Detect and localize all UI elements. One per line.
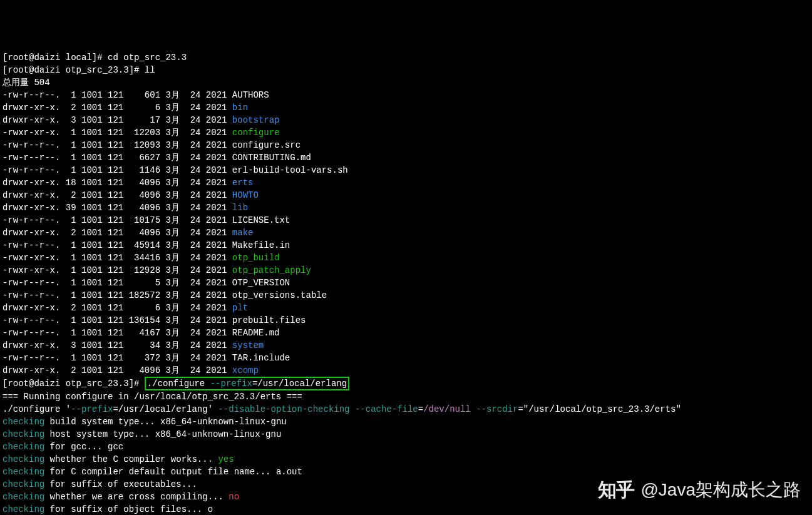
file-entry: -rw-r--r--. 1 1001 121 12093 3月 24 2021 …: [3, 139, 809, 151]
check-line: checking host system type... x86_64-unkn…: [3, 428, 809, 441]
file-entry: -rw-r--r--. 1 1001 121 372 3月 24 2021 TA…: [3, 352, 809, 364]
file-entry: drwxr-xr-x. 3 1001 121 17 3月 24 2021 boo…: [3, 114, 809, 126]
file-entry: -rwxr-xr-x. 1 1001 121 12203 3月 24 2021 …: [3, 126, 809, 139]
highlighted-command: ./configure --prefix=/usr/local/erlang: [145, 377, 349, 390]
file-entry: -rwxr-xr-x. 1 1001 121 12928 3月 24 2021 …: [3, 264, 809, 277]
check-line: checking whether the C compiler works...…: [3, 453, 809, 466]
output-line: ./configure '--prefix=/usr/local/erlang'…: [3, 403, 809, 416]
file-entry: drwxr-xr-x. 2 1001 121 6 3月 24 2021 plt: [3, 302, 809, 314]
file-entry: -rw-r--r--. 1 1001 121 601 3月 24 2021 AU…: [3, 89, 809, 101]
terminal-output[interactable]: [root@daizi local]# cd otp_src_23.3[root…: [3, 51, 809, 515]
file-entry: drwxr-xr-x. 2 1001 121 4096 3月 24 2021 m…: [3, 227, 809, 239]
check-line: checking for C compiler default output f…: [3, 466, 809, 478]
file-entry: -rw-r--r--. 1 1001 121 4167 3月 24 2021 R…: [3, 327, 809, 339]
prompt-line: [root@daizi otp_src_23.3]# ./configure -…: [3, 377, 809, 390]
check-line: checking for gcc... gcc: [3, 441, 809, 453]
check-line: checking build system type... x86_64-unk…: [3, 416, 809, 428]
file-entry: -rw-r--r--. 1 1001 121 5 3月 24 2021 OTP_…: [3, 277, 809, 289]
file-entry: drwxr-xr-x. 3 1001 121 34 3月 24 2021 sys…: [3, 339, 809, 352]
prompt-line: [root@daizi local]# cd otp_src_23.3: [3, 51, 809, 64]
file-entry: drwxr-xr-x. 2 1001 121 4096 3月 24 2021 x…: [3, 364, 809, 377]
total-line: 总用量 504: [3, 76, 809, 89]
file-entry: -rw-r--r--. 1 1001 121 10175 3月 24 2021 …: [3, 214, 809, 227]
check-line: checking whether we are cross compiling.…: [3, 491, 809, 503]
file-entry: -rwxr-xr-x. 1 1001 121 34416 3月 24 2021 …: [3, 252, 809, 264]
file-entry: -rw-r--r--. 1 1001 121 45914 3月 24 2021 …: [3, 239, 809, 252]
file-entry: drwxr-xr-x. 18 1001 121 4096 3月 24 2021 …: [3, 176, 809, 189]
file-entry: drwxr-xr-x. 2 1001 121 6 3月 24 2021 bin: [3, 101, 809, 114]
file-entry: -rw-r--r--. 1 1001 121 182572 3月 24 2021…: [3, 289, 809, 302]
file-entry: drwxr-xr-x. 39 1001 121 4096 3月 24 2021 …: [3, 201, 809, 214]
file-entry: -rw-r--r--. 1 1001 121 1146 3月 24 2021 e…: [3, 164, 809, 176]
check-line: checking for suffix of executables...: [3, 478, 809, 491]
file-entry: -rw-r--r--. 1 1001 121 136154 3月 24 2021…: [3, 314, 809, 327]
file-entry: -rw-r--r--. 1 1001 121 6627 3月 24 2021 C…: [3, 151, 809, 164]
check-line: checking for suffix of object files... o: [3, 503, 809, 515]
file-entry: drwxr-xr-x. 2 1001 121 4096 3月 24 2021 H…: [3, 189, 809, 201]
output-line: === Running configure in /usr/local/otp_…: [3, 390, 809, 403]
prompt-line: [root@daizi otp_src_23.3]# ll: [3, 64, 809, 76]
